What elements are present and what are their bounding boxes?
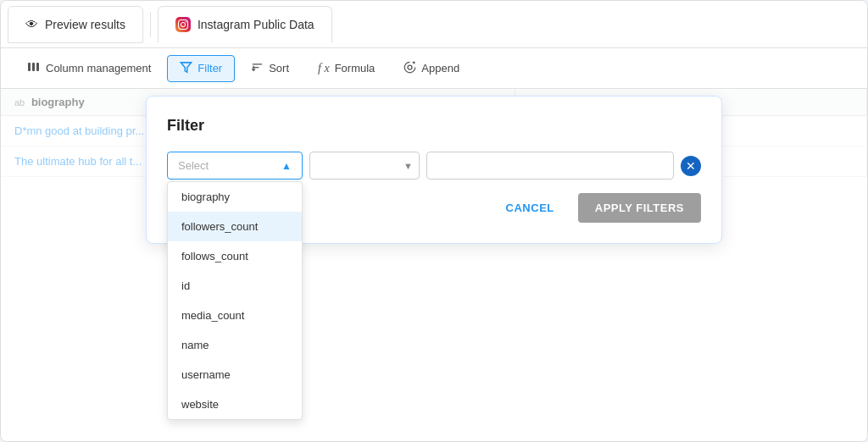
- filter-dropdown: biography followers_count follows_count …: [167, 181, 303, 420]
- columns-icon: [27, 60, 41, 76]
- append-icon: [403, 61, 416, 76]
- filter-overlay: Filter Select ▲ biography followers_coun…: [1, 89, 867, 441]
- dropdown-item-follows-count[interactable]: follows_count: [168, 241, 302, 271]
- filter-icon: [180, 61, 192, 76]
- append-label: Append: [421, 62, 459, 75]
- filter-button[interactable]: Filter: [167, 55, 235, 82]
- select-placeholder: Select: [178, 159, 209, 172]
- filter-panel: Filter Select ▲ biography followers_coun…: [146, 96, 722, 244]
- tab-divider: [150, 12, 151, 37]
- column-management-label: Column management: [46, 62, 151, 75]
- main-content: ab biography # media_count D*mn good at …: [1, 89, 867, 441]
- tab-instagram-label: Instagram Public Data: [198, 18, 314, 31]
- column-select[interactable]: Select ▲: [167, 152, 303, 180]
- formula-label: Formula: [335, 62, 376, 75]
- app-container: 👁 Preview results Instagram Public Data: [0, 0, 868, 442]
- operator-select[interactable]: [309, 152, 420, 180]
- tab-bar: 👁 Preview results Instagram Public Data: [1, 1, 867, 48]
- filter-label: Filter: [198, 62, 222, 75]
- filter-title: Filter: [167, 117, 701, 135]
- eye-icon: 👁: [25, 17, 38, 31]
- svg-marker-3: [181, 62, 192, 71]
- formula-icon: f x: [318, 62, 330, 75]
- sort-button[interactable]: Sort: [238, 55, 302, 82]
- tab-preview[interactable]: 👁 Preview results: [8, 6, 143, 43]
- filter-row: Select ▲ biography followers_count follo…: [167, 152, 701, 180]
- toolbar: Column management Filter Sort f x: [1, 48, 867, 89]
- filter-select-container: Select ▲ biography followers_count follo…: [167, 152, 303, 180]
- cancel-button[interactable]: CANCEL: [492, 193, 568, 223]
- tab-preview-label: Preview results: [45, 18, 125, 31]
- dropdown-item-media-count[interactable]: media_count: [168, 301, 302, 330]
- dropdown-item-followers-count[interactable]: followers_count: [168, 212, 302, 241]
- svg-rect-2: [36, 63, 39, 71]
- tab-instagram[interactable]: Instagram Public Data: [158, 6, 332, 43]
- dropdown-item-biography[interactable]: biography: [168, 182, 302, 212]
- operator-wrapper: ▼: [309, 152, 420, 180]
- svg-point-7: [408, 65, 412, 69]
- column-management-button[interactable]: Column management: [14, 54, 164, 82]
- dropdown-item-id[interactable]: id: [168, 271, 302, 301]
- svg-rect-1: [32, 63, 35, 71]
- svg-rect-0: [28, 63, 31, 71]
- sort-icon: [251, 61, 264, 76]
- instagram-icon: [175, 17, 191, 32]
- close-icon: ✕: [686, 159, 696, 173]
- dropdown-item-name[interactable]: name: [168, 330, 302, 360]
- chevron-up-icon: ▲: [281, 160, 292, 172]
- sort-label: Sort: [269, 62, 289, 75]
- filter-value-input[interactable]: [426, 152, 674, 180]
- append-button[interactable]: Append: [391, 55, 472, 82]
- dropdown-item-username[interactable]: username: [168, 360, 302, 390]
- dropdown-item-website[interactable]: website: [168, 390, 302, 419]
- clear-filter-button[interactable]: ✕: [681, 156, 701, 176]
- formula-button[interactable]: f x Formula: [305, 56, 387, 81]
- apply-filters-button[interactable]: APPLY FILTERS: [578, 193, 701, 223]
